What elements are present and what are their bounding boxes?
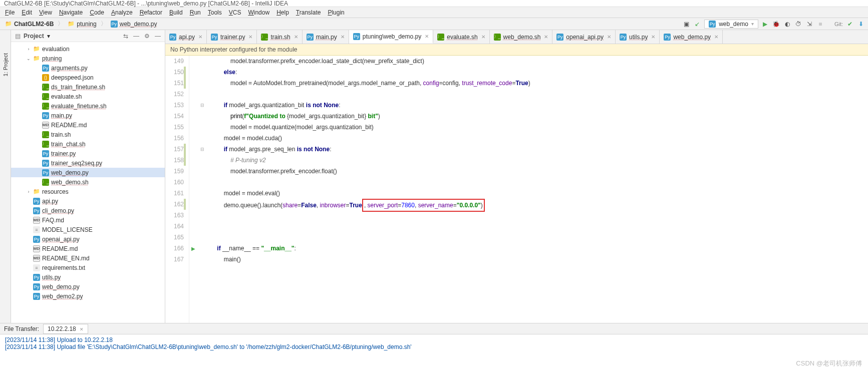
tree-item[interactable]: Pyweb_demo2.py	[11, 291, 165, 301]
shell-icon: 〉_	[437, 34, 444, 41]
attach-icon[interactable]: ⇲	[805, 20, 813, 28]
tree-item[interactable]: MDREADME.md	[11, 120, 165, 130]
run-icon[interactable]: ▶	[761, 20, 769, 28]
menu-run[interactable]: Run	[187, 8, 204, 17]
python-icon: Py	[33, 207, 40, 214]
python-icon: Py	[42, 65, 49, 72]
tree-item[interactable]: ≡requirements.txt	[11, 263, 165, 272]
code-lines[interactable]: model.transformer.prefix_encoder.load_st…	[207, 56, 868, 323]
menu-code[interactable]: Code	[87, 8, 107, 17]
menu-build[interactable]: Build	[166, 8, 186, 17]
coverage-icon[interactable]: ◐	[783, 20, 791, 28]
tree-item[interactable]: 〉_evaluate_finetune.sh	[11, 101, 165, 111]
close-icon[interactable]: ✕	[651, 34, 655, 40]
code-editor[interactable]: 1491501511521531541551561571581591601611…	[165, 56, 868, 323]
editor-tab[interactable]: 〉_train.sh✕	[257, 30, 302, 44]
menu-vcs[interactable]: VCS	[226, 8, 244, 17]
editor-tab[interactable]: Pyopenai_api.py✕	[552, 30, 616, 44]
tree-item[interactable]: MDREADME.md	[11, 244, 165, 253]
debug-icon[interactable]: 🐞	[772, 20, 780, 28]
caret-icon[interactable]: ›	[26, 47, 31, 52]
close-icon[interactable]: ✕	[714, 34, 718, 40]
editor-tab[interactable]: Pymain.py✕	[303, 30, 349, 44]
close-icon[interactable]: ✕	[341, 34, 345, 40]
minus-icon[interactable]: —	[133, 33, 139, 40]
menu-edit[interactable]: Edit	[19, 8, 35, 17]
back-icon[interactable]: ↙	[693, 20, 701, 28]
editor-tab[interactable]: Pyweb_demo.py✕	[660, 30, 723, 44]
menu-file[interactable]: File	[2, 8, 18, 17]
editor-tab[interactable]: 〉_web_demo.sh✕	[490, 30, 553, 44]
close-icon[interactable]: ✕	[481, 34, 485, 40]
hide-icon[interactable]: —	[155, 33, 161, 40]
menu-refactor[interactable]: Refactor	[137, 8, 165, 17]
profile-icon[interactable]: ⏱	[794, 20, 802, 28]
menu-view[interactable]: View	[36, 8, 55, 17]
gear-icon[interactable]: ⚙	[144, 33, 150, 40]
editor-tab[interactable]: Pyutils.py✕	[616, 30, 660, 44]
tree-item[interactable]: Pymain.py	[11, 111, 165, 120]
editor-tab[interactable]: Pytrainer.py✕	[207, 30, 257, 44]
menu-navigate[interactable]: Navigate	[56, 8, 86, 17]
folder-icon: 📁	[68, 21, 75, 27]
menu-plugin[interactable]: Plugin	[325, 8, 347, 17]
breadcrumb-root[interactable]: 📁 ChatGLM2-6B	[3, 20, 56, 28]
menu-tools[interactable]: Tools	[205, 8, 225, 17]
breadcrumb-folder[interactable]: 📁 ptuning	[66, 20, 98, 28]
menu-window[interactable]: Window	[245, 8, 272, 17]
close-icon[interactable]: ✕	[198, 34, 202, 40]
tree-item[interactable]: Pyarguments.py	[11, 63, 165, 73]
interpreter-warning-banner[interactable]: No Python interpreter configured for the…	[165, 44, 868, 56]
tree-item[interactable]: 〉_web_demo.sh	[11, 177, 165, 187]
tree-item[interactable]: Pyweb_demo.py	[11, 282, 165, 291]
tree-item[interactable]: ⌄📁ptuning	[11, 54, 165, 63]
panel-toggle-icon[interactable]: ▤	[15, 33, 21, 40]
tree-item[interactable]: Pycli_demo.py	[11, 206, 165, 215]
file-transfer-host-tab[interactable]: 10.22.2.18 ✕	[43, 324, 88, 334]
tree-item[interactable]: Pyutils.py	[11, 272, 165, 282]
stop-icon[interactable]: ■	[816, 20, 824, 28]
file-transfer-console[interactable]: [2023/11/14 11:38] Upload to 10.22.2.18[…	[0, 334, 868, 370]
tree-item[interactable]: 〉_train.sh	[11, 130, 165, 139]
tree-item[interactable]: MDFAQ.md	[11, 215, 165, 225]
breadcrumb-file[interactable]: Py web_demo.py	[109, 20, 159, 28]
close-icon[interactable]: ✕	[607, 34, 611, 40]
tree-item[interactable]: Pyapi.py	[11, 196, 165, 206]
git-pull-icon[interactable]: ⬇	[857, 20, 865, 28]
tree-item[interactable]: {}deepspeed.json	[11, 73, 165, 82]
tree-item[interactable]: 〉_evaluate.sh	[11, 92, 165, 101]
tree-item[interactable]: Pytrainer.py	[11, 149, 165, 158]
close-icon[interactable]: ✕	[80, 327, 84, 332]
caret-icon[interactable]: ›	[26, 189, 31, 194]
close-icon[interactable]: ✕	[294, 34, 298, 40]
tree-item[interactable]: ›📁evaluation	[11, 44, 165, 54]
chevron-down-icon[interactable]: ▾	[47, 33, 50, 40]
close-icon[interactable]: ✕	[544, 34, 548, 40]
collapse-icon[interactable]: ⇆	[123, 33, 128, 40]
tree-item[interactable]: Pytrainer_seq2seq.py	[11, 158, 165, 168]
close-icon[interactable]: ✕	[248, 34, 252, 40]
console-line: [2023/11/14 11:38] Upload to 10.22.2.18	[5, 336, 863, 343]
project-tool-tab[interactable]: 1: Project	[2, 50, 10, 79]
editor-tab[interactable]: Pyapi.py✕	[165, 30, 207, 44]
tree-item[interactable]: MDREADME_EN.md	[11, 253, 165, 263]
run-config-selector[interactable]: Py web_demo ▾	[704, 20, 758, 29]
scroll-from-source-icon[interactable]: ▣	[682, 20, 690, 28]
tree-item-label: api.py	[42, 198, 58, 205]
tree-item[interactable]: ≡MODEL_LICENSE	[11, 225, 165, 234]
run-config-label: web_demo	[719, 21, 748, 28]
git-update-icon[interactable]: ✔	[846, 20, 854, 28]
editor-tab[interactable]: Pyptuning\web_demo.py✕	[349, 30, 433, 44]
menu-help[interactable]: Help	[273, 8, 292, 17]
tree-item[interactable]: Pyweb_demo.py	[11, 168, 165, 177]
close-icon[interactable]: ✕	[425, 34, 429, 39]
tree-item[interactable]: ›📁resources	[11, 187, 165, 196]
tree-item[interactable]: 〉_ds_train_finetune.sh	[11, 82, 165, 92]
tree-item[interactable]: Pyopenai_api.py	[11, 234, 165, 244]
tree-item[interactable]: 〉_train_chat.sh	[11, 139, 165, 149]
menu-translate[interactable]: Translate	[293, 8, 324, 17]
caret-icon[interactable]: ⌄	[26, 56, 31, 61]
project-tree[interactable]: ›📁evaluation⌄📁ptuningPyarguments.py{}dee…	[11, 42, 165, 323]
editor-tab[interactable]: 〉_evaluate.sh✕	[433, 30, 489, 44]
menu-analyze[interactable]: Analyze	[108, 8, 136, 17]
